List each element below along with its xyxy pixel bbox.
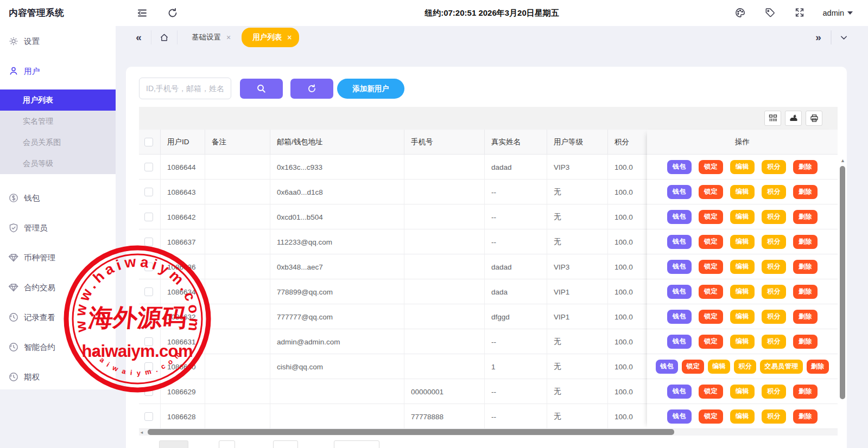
vertical-scroll-thumb[interactable] [840,166,845,399]
action-button[interactable]: 编辑 [730,210,755,224]
action-button[interactable]: 删除 [793,385,818,399]
action-button[interactable]: 编辑 [730,310,755,324]
tab-close-icon[interactable]: × [226,33,231,42]
row-checkbox[interactable] [144,238,153,246]
sidebar-submenu-item[interactable]: 会员关系图 [0,132,116,153]
vertical-scrollbar[interactable]: ▲ [840,157,846,448]
action-button[interactable]: 删除 [793,310,818,324]
sidebar-section[interactable]: 用户 [0,63,116,79]
action-button[interactable]: 编辑 [730,235,755,249]
action-button[interactable]: 积分 [762,285,786,299]
action-button[interactable]: 删除 [793,335,818,349]
action-button[interactable]: 钱包 [667,160,692,174]
horizontal-scroll-thumb[interactable] [148,429,674,435]
action-button[interactable]: 锁定 [699,160,723,174]
sidebar-item[interactable]: 管理员 [0,220,116,235]
row-checkbox[interactable] [144,412,153,421]
action-button[interactable]: 钱包 [667,185,692,199]
tab[interactable]: 基础设置 × [181,28,238,47]
action-button[interactable]: 积分 [762,160,786,174]
tab[interactable]: 用户列表 × [242,28,299,47]
pagination-prev-button[interactable] [159,440,188,448]
action-button[interactable]: 删除 [793,260,818,274]
select-all-checkbox[interactable] [144,138,153,146]
refresh-icon[interactable] [167,7,179,19]
tag-icon[interactable] [764,7,776,19]
action-button[interactable]: 锁定 [682,360,704,374]
pagination-size-select[interactable] [334,440,379,448]
add-user-button[interactable]: 添加新用户 [337,79,404,99]
scroll-left-icon[interactable]: ◂ [139,429,144,436]
action-button[interactable]: 钱包 [667,335,692,349]
action-button[interactable]: 钱包 [667,310,692,324]
columns-icon[interactable] [764,111,781,126]
action-button[interactable]: 钱包 [667,235,692,249]
action-button[interactable]: 钱包 [667,260,692,274]
action-button[interactable]: 锁定 [699,185,723,199]
action-button[interactable]: 锁定 [699,285,723,299]
sidebar-item[interactable]: 合约交易 [0,280,116,295]
action-button[interactable]: 删除 [793,235,818,249]
sidebar-submenu-item[interactable]: 用户列表 [0,89,116,111]
row-checkbox[interactable] [144,362,153,371]
row-checkbox[interactable] [144,263,153,271]
action-button[interactable]: 删除 [807,360,829,374]
reset-button[interactable] [290,79,333,99]
action-button[interactable]: 删除 [793,409,818,424]
action-button[interactable]: 编辑 [730,335,755,349]
action-button[interactable]: 钱包 [667,385,692,399]
action-button[interactable]: 积分 [762,310,786,324]
action-button[interactable]: 编辑 [730,409,755,424]
action-button[interactable]: 编辑 [730,385,755,399]
sidebar-section[interactable]: 设置 [0,34,116,49]
tabs-menu-icon[interactable] [831,30,856,44]
action-button[interactable]: 编辑 [730,185,755,199]
action-button[interactable]: 删除 [793,210,818,224]
action-button[interactable]: 锁定 [699,409,723,424]
action-button[interactable]: 钱包 [667,285,692,299]
pagination-page-button[interactable] [273,440,298,448]
action-button[interactable]: 锁定 [699,210,723,224]
row-checkbox[interactable] [144,213,153,221]
action-button[interactable]: 积分 [734,360,756,374]
action-button[interactable]: 积分 [762,235,786,249]
sidebar-item[interactable]: 钱包 [0,190,116,206]
pagination-page-button[interactable] [219,440,235,448]
action-button[interactable]: 删除 [793,160,818,174]
action-button[interactable]: 钱包 [656,360,678,374]
action-button[interactable]: 积分 [762,409,786,424]
action-button[interactable]: 锁定 [699,335,723,349]
row-checkbox[interactable] [144,387,153,396]
action-button[interactable]: 钱包 [667,210,692,224]
sidebar-item[interactable]: 智能合约 [0,340,116,355]
action-button[interactable]: 编辑 [730,160,755,174]
palette-icon[interactable] [734,7,746,19]
action-button[interactable]: 积分 [762,185,786,199]
action-button[interactable]: 积分 [762,385,786,399]
row-checkbox[interactable] [144,188,153,196]
export-icon[interactable] [785,111,802,126]
user-menu[interactable]: admin [823,0,853,26]
action-button[interactable]: 钱包 [667,409,692,424]
action-button[interactable]: 编辑 [730,260,755,274]
search-input[interactable] [139,78,231,99]
action-button[interactable]: 锁定 [699,260,723,274]
action-button[interactable]: 交易员管理 [760,360,803,374]
row-checkbox[interactable] [144,312,153,321]
action-button[interactable]: 锁定 [699,235,723,249]
action-button[interactable]: 编辑 [708,360,730,374]
action-button[interactable]: 积分 [762,260,786,274]
tabs-scroll-left-icon[interactable]: « [126,30,151,44]
row-checkbox[interactable] [144,337,153,346]
print-icon[interactable] [806,111,822,126]
action-button[interactable]: 删除 [793,185,818,199]
row-checkbox[interactable] [144,163,153,171]
horizontal-scrollbar[interactable]: ◂ [139,429,838,436]
sidebar-item[interactable]: 记录查看 [0,310,116,325]
row-checkbox[interactable] [144,287,153,296]
action-button[interactable]: 锁定 [699,310,723,324]
action-button[interactable]: 删除 [793,285,818,299]
action-button[interactable]: 积分 [762,210,786,224]
action-button[interactable]: 锁定 [699,385,723,399]
sidebar-submenu-item[interactable]: 会员等级 [0,153,116,174]
